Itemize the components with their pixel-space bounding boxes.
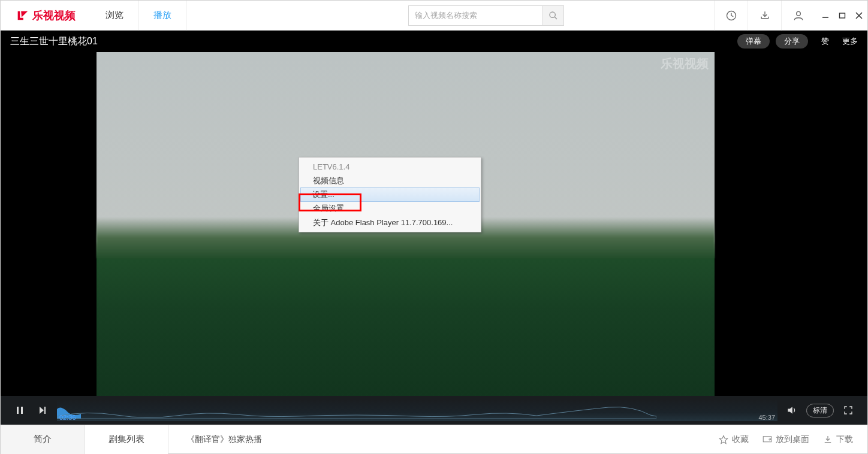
context-menu-about-flash[interactable]: 关于 Adobe Flash Player 11.7.700.169... <box>301 216 479 230</box>
letv-logo-icon <box>16 9 29 22</box>
maximize-icon <box>839 12 846 19</box>
tab-play[interactable]: 播放 <box>138 1 186 31</box>
maximize-button[interactable] <box>834 1 851 31</box>
download-icon <box>822 434 833 445</box>
next-button[interactable] <box>34 402 51 419</box>
close-button[interactable] <box>851 1 867 31</box>
video-watermark: 乐视视频 <box>661 56 709 72</box>
context-menu-global-settings[interactable]: 全局设置... <box>301 201 479 216</box>
svg-rect-8 <box>17 407 19 414</box>
user-button[interactable] <box>781 1 815 31</box>
history-button[interactable] <box>714 1 748 31</box>
download-button[interactable]: 下载 <box>822 434 853 445</box>
more-button[interactable]: 更多 <box>842 36 858 47</box>
app-name: 乐视视频 <box>32 8 76 23</box>
app-window: 乐视视频 浏览 播放 三生三世十里桃花01 弹幕 分享 <box>0 0 868 454</box>
star-icon <box>718 434 729 445</box>
duration: 45:37 <box>758 414 775 421</box>
main-tabs: 浏览 播放 <box>91 1 186 31</box>
progress-waveform <box>57 404 656 419</box>
tab-intro[interactable]: 简介 <box>1 425 85 454</box>
svg-point-3 <box>796 11 800 16</box>
context-menu-settings[interactable]: 设置... <box>300 187 480 202</box>
search-box <box>408 5 564 26</box>
context-menu-video-info[interactable]: 视频信息 <box>301 174 479 188</box>
video-header: 三生三世十里桃花01 弹幕 分享 赞 更多 <box>1 31 867 52</box>
svg-line-1 <box>554 17 557 19</box>
volume-icon <box>786 404 798 416</box>
tab-episodes[interactable]: 剧集列表 <box>85 425 168 454</box>
context-menu-version: LETV6.1.4 <box>301 159 479 174</box>
titlebar-actions <box>714 1 815 31</box>
bottom-actions: 收藏 放到桌面 下载 <box>718 434 867 445</box>
video-title: 三生三世十里桃花01 <box>10 35 731 48</box>
to-desktop-button[interactable]: 放到桌面 <box>762 434 809 445</box>
svg-point-0 <box>550 12 555 17</box>
context-menu: LETV6.1.4 视频信息 设置... 全局设置... 关于 Adobe Fl… <box>299 157 481 232</box>
fullscreen-icon <box>843 405 854 416</box>
quality-button[interactable]: 标清 <box>806 404 834 417</box>
danmu-button[interactable]: 弹幕 <box>737 34 770 49</box>
svg-rect-10 <box>44 407 46 414</box>
downloads-button[interactable] <box>748 1 781 31</box>
user-icon <box>792 10 804 22</box>
minimize-button[interactable] <box>817 1 834 31</box>
volume-button[interactable] <box>783 402 800 419</box>
titlebar: 乐视视频 浏览 播放 <box>1 1 867 31</box>
pause-icon <box>15 405 25 415</box>
close-icon <box>855 12 863 19</box>
svg-rect-5 <box>840 13 845 18</box>
player-controls: 02:36 45:37 标清 <box>1 396 867 425</box>
download-icon <box>759 10 771 22</box>
search-input[interactable] <box>409 6 542 25</box>
window-controls <box>817 1 867 31</box>
search-icon <box>548 11 558 20</box>
next-icon <box>38 405 47 415</box>
bottom-bar: 简介 剧集列表 《翻译官》独家热播 收藏 放到桌面 下载 <box>1 425 867 453</box>
pause-button[interactable] <box>11 402 28 419</box>
favorite-button[interactable]: 收藏 <box>718 434 749 445</box>
app-logo[interactable]: 乐视视频 <box>1 8 91 23</box>
progress-bar[interactable]: 02:36 45:37 <box>57 399 777 421</box>
minimize-icon <box>822 12 829 19</box>
like-button[interactable]: 赞 <box>821 36 829 47</box>
svg-rect-9 <box>21 407 23 414</box>
clock-icon <box>725 10 737 22</box>
current-time: 02:36 <box>59 414 76 421</box>
promo-text[interactable]: 《翻译官》独家热播 <box>186 434 262 445</box>
tab-browse[interactable]: 浏览 <box>91 1 138 31</box>
search-button[interactable] <box>542 6 563 25</box>
desktop-icon <box>762 434 773 445</box>
fullscreen-button[interactable] <box>840 402 857 419</box>
share-button[interactable]: 分享 <box>776 34 808 49</box>
